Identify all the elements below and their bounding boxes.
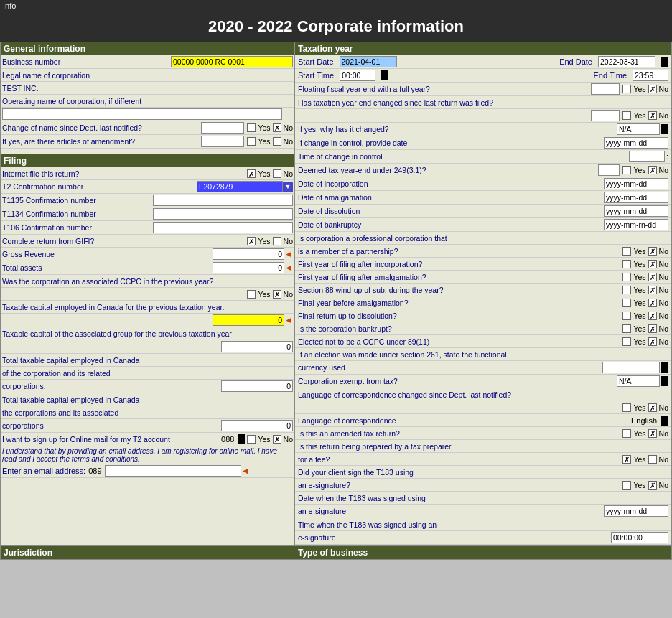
amended-return-no-check[interactable] (648, 429, 657, 438)
date-dissolution-input[interactable] (604, 205, 668, 217)
articles-input[interactable] (201, 136, 244, 147)
deemed-tax-yes-check[interactable] (622, 166, 631, 174)
change-control-date-row: If change in control, provide date (295, 136, 671, 150)
t1135-confirmation-row: T1135 Confirmation number (1, 194, 294, 207)
email-label: Enter an email address: (2, 467, 85, 475)
client-sign-yes-check[interactable] (622, 481, 631, 490)
end-time-input[interactable] (633, 70, 668, 81)
taxable-capital-assoc-input[interactable] (221, 341, 293, 352)
associated-ccpc-no-check[interactable] (273, 290, 281, 299)
floating-fiscal-no-check[interactable] (648, 85, 657, 93)
online-mail-yes-check[interactable] (247, 435, 256, 444)
articles-no-check[interactable] (273, 137, 281, 146)
taxable-capital-prev-input[interactable] (213, 314, 284, 326)
taxation-changed-input[interactable] (591, 110, 620, 121)
first-year-amalg-no-check[interactable] (648, 273, 657, 281)
final-return-dissolution-no-check[interactable] (648, 312, 657, 320)
operating-name-input[interactable] (2, 108, 282, 120)
corp-exempt-input[interactable] (617, 375, 660, 387)
client-sign-no-check[interactable] (648, 481, 657, 490)
change-control-date-input[interactable] (604, 137, 668, 149)
tax-preparer-yes-check[interactable] (622, 455, 631, 464)
complete-gifi-no-check[interactable] (273, 237, 281, 245)
business-number-input[interactable] (171, 56, 293, 67)
election-261-input[interactable] (602, 362, 660, 373)
floating-fiscal-yes-check[interactable] (622, 85, 631, 93)
change-name-input[interactable] (201, 122, 244, 134)
left-panel: General information Business number Lega… (1, 42, 295, 545)
language-value: English (631, 416, 657, 425)
t2-confirmation-input[interactable] (197, 181, 283, 192)
t106-confirmation-input[interactable] (153, 222, 293, 233)
language-changed-yes-check[interactable] (622, 403, 631, 412)
total-taxable-related-input[interactable] (221, 380, 293, 392)
internet-file-yes-check[interactable] (247, 169, 256, 178)
total-assets-input[interactable] (213, 262, 284, 273)
final-return-dissolution-yes-check[interactable] (622, 312, 631, 320)
end-time-label: End Time (594, 71, 627, 80)
internet-file-no-check[interactable] (273, 169, 281, 178)
first-year-incorp-no-check[interactable] (648, 260, 657, 268)
floating-fiscal-input[interactable] (591, 83, 620, 95)
total-taxable-assoc-row2: the corporations and its associated (1, 406, 294, 419)
taxation-changed-yes-check[interactable] (622, 111, 631, 120)
time-change-colon: : (666, 153, 668, 161)
start-date-input[interactable] (340, 56, 397, 67)
final-return-dissolution-yn: Yes No (622, 312, 668, 320)
date-incorp-input[interactable] (604, 178, 668, 189)
online-mail-square (238, 434, 245, 444)
complete-gifi-yes-label: Yes (258, 237, 270, 245)
total-taxable-related-row1: Total taxable capital employed in Canada (1, 354, 294, 367)
gross-revenue-input[interactable] (213, 248, 284, 260)
corp-exempt-row: Corporation exempt from tax? (295, 375, 671, 388)
date-t183-input[interactable] (604, 505, 668, 517)
deemed-tax-input[interactable] (598, 164, 620, 176)
start-time-input[interactable] (340, 70, 375, 81)
tax-preparer-no-check[interactable] (648, 455, 657, 464)
complete-gifi-yes-check[interactable] (247, 237, 256, 245)
final-before-amalg-yes-check[interactable] (622, 299, 631, 307)
deemed-tax-no-check[interactable] (648, 166, 657, 174)
time-change-control-label: Time of change in control (298, 152, 629, 161)
date-dissolution-label: Date of dissolution (298, 207, 604, 215)
date-bankruptcy-input[interactable] (604, 219, 668, 230)
amended-return-yes-check[interactable] (622, 429, 631, 438)
elected-not-ccpc-no-check[interactable] (648, 337, 657, 346)
final-return-dissolution-row: Final return up to dissolution? Yes No (295, 309, 671, 322)
date-amalg-input[interactable] (604, 192, 668, 203)
professional-corp-no-label: No (659, 247, 668, 256)
taxation-changed-no-check[interactable] (648, 111, 657, 120)
start-end-date-row: Start Date End Date (295, 55, 671, 69)
professional-corp-yes-check[interactable] (622, 247, 631, 256)
first-year-incorp-yes-check[interactable] (622, 260, 631, 268)
articles-yes-check[interactable] (247, 137, 256, 146)
section88-yn: Yes No (622, 286, 668, 294)
first-year-amalg-yes-check[interactable] (622, 273, 631, 281)
t1135-confirmation-input[interactable] (153, 195, 293, 206)
change-name-yes-no: Yes No (247, 123, 293, 132)
tax-preparer-yn: Yes No (622, 455, 668, 464)
professional-corp-no-check[interactable] (648, 247, 657, 256)
change-name-row: Change of name since Dept. last notified… (1, 121, 294, 135)
why-changed-input[interactable] (617, 123, 660, 135)
t1134-confirmation-input[interactable] (153, 208, 293, 220)
associated-ccpc-yes-check[interactable] (247, 290, 256, 299)
final-before-amalg-no-check[interactable] (648, 299, 657, 307)
t2-dropdown-arrow[interactable]: ▼ (283, 182, 293, 192)
email-input[interactable] (105, 465, 241, 477)
change-name-no-check[interactable] (273, 123, 281, 132)
taxation-changed-yn-row: Yes No (295, 109, 671, 123)
section88-no-check[interactable] (648, 286, 657, 294)
corporation-bankrupt-no-check[interactable] (648, 324, 657, 333)
online-mail-no-check[interactable] (273, 435, 281, 444)
corporation-bankrupt-yes-check[interactable] (622, 324, 631, 333)
language-changed-no-check[interactable] (648, 403, 657, 412)
time-change-control-input[interactable] (629, 151, 665, 162)
section88-yes-check[interactable] (622, 286, 631, 294)
elected-not-ccpc-yes-check[interactable] (622, 337, 631, 346)
change-name-yes-check[interactable] (247, 123, 256, 132)
time-t183-input[interactable] (611, 532, 668, 543)
total-taxable-assoc-input[interactable] (221, 420, 293, 431)
total-taxable-assoc-row3: corporations (1, 419, 294, 433)
end-date-input[interactable] (598, 56, 655, 67)
